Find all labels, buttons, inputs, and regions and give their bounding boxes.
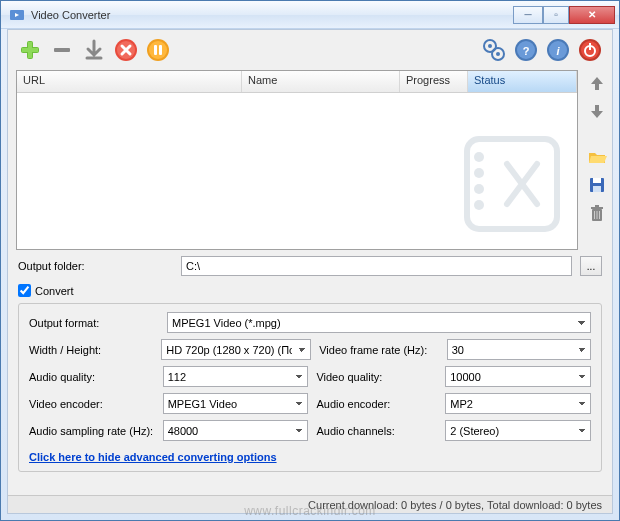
convert-row: Convert bbox=[8, 282, 612, 303]
titlebar: Video Converter ─ ▫ ✕ bbox=[1, 1, 619, 29]
video-encoder-combo[interactable]: MPEG1 Video bbox=[163, 393, 309, 414]
output-folder-row: Output folder: ... bbox=[8, 250, 612, 282]
frame-rate-combo[interactable]: 30 bbox=[447, 339, 591, 360]
delete-button[interactable] bbox=[586, 202, 608, 224]
svg-point-34 bbox=[474, 184, 484, 194]
maximize-button[interactable]: ▫ bbox=[543, 6, 569, 24]
pause-button[interactable] bbox=[144, 36, 172, 64]
svg-text:?: ? bbox=[523, 45, 530, 57]
svg-point-32 bbox=[474, 152, 484, 162]
settings-button[interactable] bbox=[480, 36, 508, 64]
svg-rect-9 bbox=[22, 48, 38, 52]
close-button[interactable]: ✕ bbox=[569, 6, 615, 24]
status-text: Current download: 0 bytes / 0 bytes, Tot… bbox=[308, 499, 602, 511]
download-list[interactable]: URL Name Progress Status bbox=[16, 70, 578, 250]
open-folder-button[interactable] bbox=[586, 146, 608, 168]
move-up-button[interactable] bbox=[586, 72, 608, 94]
svg-point-33 bbox=[474, 168, 484, 178]
convert-label: Convert bbox=[35, 285, 74, 297]
main-row: URL Name Progress Status bbox=[8, 70, 612, 250]
side-toolbar bbox=[582, 70, 612, 250]
convert-checkbox[interactable] bbox=[18, 284, 31, 297]
cancel-button[interactable] bbox=[112, 36, 140, 64]
audio-channels-label: Audio channels: bbox=[316, 425, 437, 437]
svg-rect-40 bbox=[591, 207, 603, 209]
svg-rect-30 bbox=[589, 43, 591, 50]
audio-encoder-label: Audio encoder: bbox=[316, 398, 437, 410]
svg-rect-37 bbox=[593, 178, 601, 183]
svg-rect-16 bbox=[159, 45, 162, 55]
power-button[interactable] bbox=[576, 36, 604, 64]
options-box: Output format: MPEG1 Video (*.mpg) Width… bbox=[18, 303, 602, 472]
svg-point-20 bbox=[496, 52, 500, 56]
output-format-label: Output format: bbox=[29, 317, 159, 329]
width-height-label: Width / Height: bbox=[29, 344, 153, 356]
col-status[interactable]: Status bbox=[468, 71, 577, 92]
col-url[interactable]: URL bbox=[17, 71, 242, 92]
help-button[interactable]: ? bbox=[512, 36, 540, 64]
audio-encoder-combo[interactable]: MP2 bbox=[445, 393, 591, 414]
browse-button[interactable]: ... bbox=[580, 256, 602, 276]
minimize-button[interactable]: ─ bbox=[513, 6, 543, 24]
video-quality-label: Video quality: bbox=[316, 371, 437, 383]
svg-rect-41 bbox=[595, 205, 599, 207]
content-pane: ? i URL Name Progress Status bbox=[7, 29, 613, 514]
remove-button[interactable] bbox=[48, 36, 76, 64]
svg-rect-10 bbox=[54, 48, 70, 52]
info-button[interactable]: i bbox=[544, 36, 572, 64]
main-toolbar: ? i bbox=[8, 30, 612, 70]
col-progress[interactable]: Progress bbox=[400, 71, 468, 92]
output-format-combo[interactable]: MPEG1 Video (*.mpg) bbox=[167, 312, 591, 333]
svg-rect-38 bbox=[593, 186, 601, 192]
svg-point-35 bbox=[474, 200, 484, 210]
move-down-button[interactable] bbox=[586, 100, 608, 122]
app-window: Video Converter ─ ▫ ✕ bbox=[0, 0, 620, 521]
output-folder-label: Output folder: bbox=[18, 260, 173, 272]
video-watermark-icon bbox=[457, 129, 567, 239]
svg-rect-15 bbox=[154, 45, 157, 55]
frame-rate-label: Video frame rate (Hz): bbox=[319, 344, 438, 356]
audio-quality-combo[interactable]: 112 bbox=[163, 366, 309, 387]
save-button[interactable] bbox=[586, 174, 608, 196]
audio-sampling-label: Audio sampling rate (Hz): bbox=[29, 425, 155, 437]
toggle-advanced-link[interactable]: Click here to hide advanced converting o… bbox=[29, 451, 277, 463]
download-button[interactable] bbox=[80, 36, 108, 64]
output-folder-input[interactable] bbox=[181, 256, 572, 276]
window-title: Video Converter bbox=[31, 9, 513, 21]
add-button[interactable] bbox=[16, 36, 44, 64]
app-icon bbox=[9, 7, 25, 23]
video-quality-combo[interactable]: 10000 bbox=[445, 366, 591, 387]
svg-point-18 bbox=[488, 44, 492, 48]
audio-quality-label: Audio quality: bbox=[29, 371, 155, 383]
list-header: URL Name Progress Status bbox=[17, 71, 577, 93]
status-bar: Current download: 0 bytes / 0 bytes, Tot… bbox=[8, 495, 612, 513]
svg-point-14 bbox=[149, 41, 167, 59]
video-encoder-label: Video encoder: bbox=[29, 398, 155, 410]
audio-channels-combo[interactable]: 2 (Stereo) bbox=[445, 420, 591, 441]
width-height-combo[interactable]: HD 720p (1280 x 720) (По умол... bbox=[161, 339, 311, 360]
col-name[interactable]: Name bbox=[242, 71, 400, 92]
audio-sampling-combo[interactable]: 48000 bbox=[163, 420, 309, 441]
